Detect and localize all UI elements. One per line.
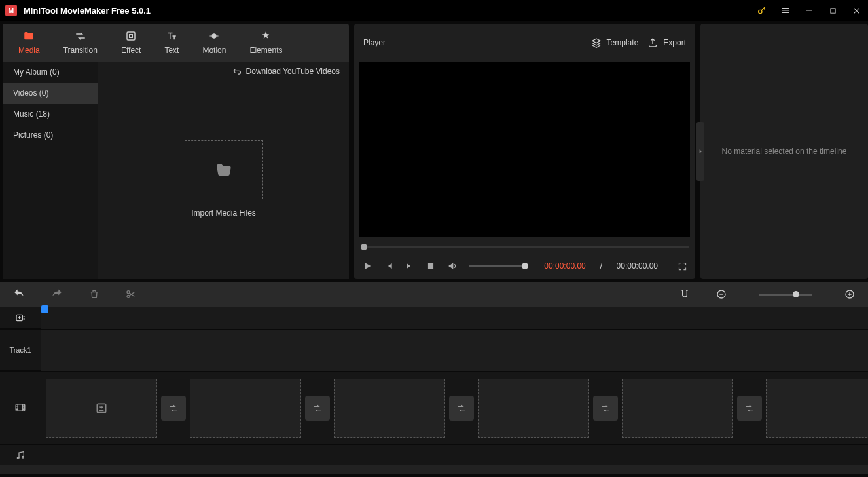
time-current: 00:00:00.00 [544, 261, 585, 271]
tab-label: Elements [249, 46, 282, 55]
delete-button[interactable] [89, 289, 99, 299]
svg-point-8 [127, 291, 130, 294]
clip-slot[interactable] [190, 379, 301, 438]
template-button[interactable]: Template [591, 37, 639, 48]
download-youtube-link[interactable]: Download YouTube Videos [232, 67, 340, 76]
transition-slot[interactable] [593, 396, 618, 421]
tab-elements[interactable]: Elements [238, 24, 294, 62]
properties-empty-message: No material selected on the timeline [722, 147, 847, 156]
clip-slot[interactable] [478, 379, 589, 438]
redo-button[interactable] [51, 288, 63, 300]
tab-label: Transition [63, 46, 98, 55]
export-button[interactable]: Export [647, 37, 686, 48]
tab-media[interactable]: Media [7, 24, 52, 62]
svg-point-6 [217, 35, 219, 37]
import-media-button[interactable]: Import Media Files [185, 140, 263, 218]
text-track[interactable] [41, 330, 868, 371]
tab-transition[interactable]: Transition [52, 24, 109, 62]
app-logo: M [5, 5, 17, 16]
clip-slot[interactable] [46, 379, 157, 438]
export-icon [647, 37, 658, 48]
app-title: MiniTool MovieMaker Free 5.0.1 [24, 6, 151, 16]
video-track[interactable] [41, 372, 868, 444]
clip-slot[interactable] [622, 379, 733, 438]
timeline-toolbar [0, 282, 868, 307]
undo-button[interactable] [13, 288, 25, 300]
seek-bar[interactable] [354, 241, 695, 253]
svg-rect-1 [830, 8, 835, 12]
tab-label: Motion [202, 46, 226, 55]
playhead[interactable] [45, 307, 45, 477]
player-panel: Player Template Export 00:00:00.00 / [354, 24, 695, 279]
template-icon [591, 37, 602, 48]
sidebar-item-music[interactable]: Music (18) [3, 104, 98, 124]
time-sep: / [598, 261, 605, 271]
media-panel: Media Transition Effect Text Motion Elem… [3, 24, 349, 279]
motion-icon [208, 30, 220, 42]
effect-icon [125, 30, 137, 42]
add-track-button[interactable] [0, 307, 41, 329]
svg-rect-7 [428, 263, 433, 269]
link-icon [232, 67, 241, 76]
stop-button[interactable] [426, 261, 435, 271]
svg-point-4 [212, 33, 217, 39]
prev-frame-button[interactable] [384, 261, 393, 271]
close-icon[interactable] [844, 0, 868, 21]
properties-panel: No material selected on the timeline [700, 24, 868, 279]
activate-key-icon[interactable] [750, 0, 774, 21]
transition-slot[interactable] [305, 396, 330, 421]
sidebar-item-pictures[interactable]: Pictures (0) [3, 124, 98, 145]
elements-icon [260, 30, 272, 42]
export-label: Export [663, 38, 686, 47]
clip-slot[interactable] [766, 379, 868, 438]
audio-track[interactable] [41, 445, 868, 467]
video-preview [359, 62, 690, 237]
zoom-out-button[interactable] [716, 289, 727, 299]
video-track-icon [0, 372, 41, 444]
tab-strip: Media Transition Effect Text Motion Elem… [3, 24, 349, 62]
zoom-in-button[interactable] [844, 289, 855, 299]
tab-text[interactable]: Text [153, 24, 190, 62]
folder-open-icon [215, 161, 233, 179]
snap-button[interactable] [679, 289, 690, 299]
play-button[interactable] [362, 261, 372, 271]
add-clip-icon [46, 379, 156, 437]
text-icon [166, 30, 177, 42]
player-title: Player [363, 38, 386, 47]
hamburger-menu-icon[interactable] [774, 0, 797, 21]
svg-point-16 [22, 456, 24, 458]
track1-label: Track1 [9, 346, 31, 354]
volume-slider[interactable] [469, 265, 528, 267]
tab-effect[interactable]: Effect [109, 24, 153, 62]
svg-rect-13 [16, 404, 25, 411]
svg-point-15 [17, 457, 19, 459]
zoom-slider[interactable] [759, 294, 812, 296]
transition-slot[interactable] [449, 396, 474, 421]
tab-motion[interactable]: Motion [190, 24, 238, 62]
sidebar-item-album[interactable]: My Album (0) [3, 62, 98, 83]
clip-slot[interactable] [334, 379, 445, 438]
media-sidebar: My Album (0) Videos (0) Music (18) Pictu… [3, 62, 98, 279]
audio-track-icon [0, 445, 41, 467]
import-label: Import Media Files [185, 208, 263, 218]
template-label: Template [607, 38, 639, 47]
svg-rect-3 [130, 35, 133, 38]
minimize-icon[interactable] [797, 0, 821, 21]
fullscreen-button[interactable] [678, 261, 687, 271]
title-bar: M MiniTool MovieMaker Free 5.0.1 [0, 0, 868, 21]
time-total: 00:00:00.00 [617, 261, 658, 271]
split-button[interactable] [126, 289, 136, 299]
volume-button[interactable] [447, 261, 458, 271]
download-link-label: Download YouTube Videos [246, 67, 340, 76]
timeline-ruler[interactable] [41, 307, 868, 329]
transition-slot[interactable] [161, 396, 186, 421]
expand-handle[interactable] [696, 122, 704, 181]
next-frame-button[interactable] [405, 261, 414, 271]
svg-rect-2 [127, 32, 135, 40]
svg-point-5 [210, 35, 212, 37]
timeline-panel: Track1 [0, 282, 868, 474]
media-drop-area: Download YouTube Videos Import Media Fil… [98, 62, 349, 279]
sidebar-item-videos[interactable]: Videos (0) [3, 83, 98, 104]
transition-slot[interactable] [737, 396, 762, 421]
maximize-icon[interactable] [821, 0, 844, 21]
